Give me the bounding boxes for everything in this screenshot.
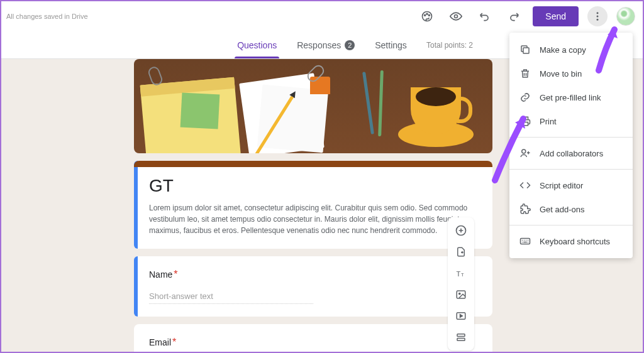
tab-responses-label: Responses [297,40,341,50]
puzzle-icon [519,204,531,215]
svg-point-6 [597,16,599,18]
import-icon [455,246,467,258]
svg-point-4 [455,15,458,18]
import-questions-button[interactable] [452,242,470,261]
add-image-button[interactable] [452,285,470,304]
redo-button[interactable] [504,6,524,26]
palette-icon [421,10,433,23]
menu-label: Move to bin [540,69,582,79]
section-icon [455,332,467,343]
form-wrap: GT Lorem ipsum dolor sit amet, consectet… [134,59,492,352]
copy-icon [519,44,531,55]
add-title-button[interactable]: TT [452,264,470,283]
menu-label: Add collaborators [540,149,603,158]
question-card-name[interactable]: Name* Short-answer text [134,256,492,317]
eye-icon [450,10,462,23]
print-icon [519,116,531,127]
question-card-email[interactable]: Email* Short-answer text [134,324,492,352]
menu-label: Get pre-filled link [540,93,601,102]
more-vert-icon [592,11,603,22]
trash-icon [519,68,531,79]
form-title[interactable]: GT [149,176,477,196]
question-label-text: Name [149,269,172,280]
plus-circle-icon [455,224,467,237]
svg-rect-15 [457,339,465,341]
keyboard-icon [519,236,531,247]
tab-settings[interactable]: Settings [372,33,409,58]
svg-text:T: T [457,270,461,278]
required-asterisk: * [172,337,176,347]
undo-icon [479,10,491,23]
top-actions: Send [417,6,635,26]
add-video-button[interactable] [452,307,470,325]
svg-point-18 [522,149,526,153]
text-icon: TT [455,268,467,279]
account-avatar[interactable] [616,7,635,26]
menu-make-copy[interactable]: Make a copy [509,38,633,62]
menu-separator [509,169,633,170]
menu-label: Print [540,117,557,126]
menu-label: Get add-ons [540,205,585,214]
undo-button[interactable] [475,6,495,26]
video-icon [455,310,467,322]
redo-icon [508,10,520,23]
form-description[interactable]: Lorem ipsum dolor sit amet, consectetur … [149,202,477,236]
menu-separator [509,225,633,225]
code-icon [519,180,531,191]
question-label: Name* [149,269,477,280]
svg-text:T: T [461,272,464,278]
answer-placeholder: Short-answer text [149,291,313,304]
send-button[interactable]: Send [533,6,579,26]
question-label-text: Email [149,337,171,347]
menu-label: Make a copy [540,45,586,55]
preview-button[interactable] [446,6,466,26]
customize-theme-button[interactable] [417,6,437,26]
menu-add-collaborators[interactable]: Add collaborators [509,141,633,165]
save-status: All changes saved in Drive [6,13,88,20]
tab-questions-label: Questions [237,40,277,50]
svg-point-3 [429,14,430,16]
top-bar: All changes saved in Drive Send [1,1,643,31]
svg-point-1 [425,14,426,16]
menu-keyboard-shortcuts[interactable]: Keyboard shortcuts [509,229,633,253]
person-add-icon [519,148,531,159]
tab-questions[interactable]: Questions [235,33,279,58]
add-section-button[interactable] [452,328,470,347]
menu-prefilled-link[interactable]: Get pre-filled link [509,85,633,109]
svg-rect-14 [457,334,465,337]
menu-label: Keyboard shortcuts [540,237,610,246]
menu-script-editor[interactable]: Script editor [509,173,633,197]
more-options-button[interactable] [587,6,608,26]
question-toolbar: TT [448,217,474,350]
link-icon [519,92,531,103]
tab-responses[interactable]: Responses 2 [294,33,357,58]
svg-rect-17 [523,122,528,126]
svg-point-7 [597,19,599,21]
svg-point-2 [426,13,428,14]
required-asterisk: * [174,269,177,280]
more-options-menu: Make a copy Move to bin Get pre-filled l… [509,33,633,258]
menu-label: Script editor [540,181,583,190]
responses-count-badge: 2 [345,40,355,50]
total-points: Total points: 2 [426,41,473,50]
form-header-card[interactable]: GT Lorem ipsum dolor sit amet, consectet… [134,161,492,249]
question-label: Email* [149,337,477,348]
menu-move-bin[interactable]: Move to bin [509,62,633,85]
add-question-button[interactable] [452,221,470,240]
svg-rect-16 [523,48,529,53]
tabs: Questions Responses 2 Settings [235,33,409,58]
tab-settings-label: Settings [375,40,407,50]
menu-separator [509,137,633,138]
menu-get-addons[interactable]: Get add-ons [509,197,633,221]
svg-point-12 [459,293,460,294]
menu-print[interactable]: Print [509,109,633,133]
form-header-image [134,59,492,153]
image-icon [455,289,467,300]
svg-point-5 [597,12,599,14]
svg-rect-19 [521,239,530,244]
